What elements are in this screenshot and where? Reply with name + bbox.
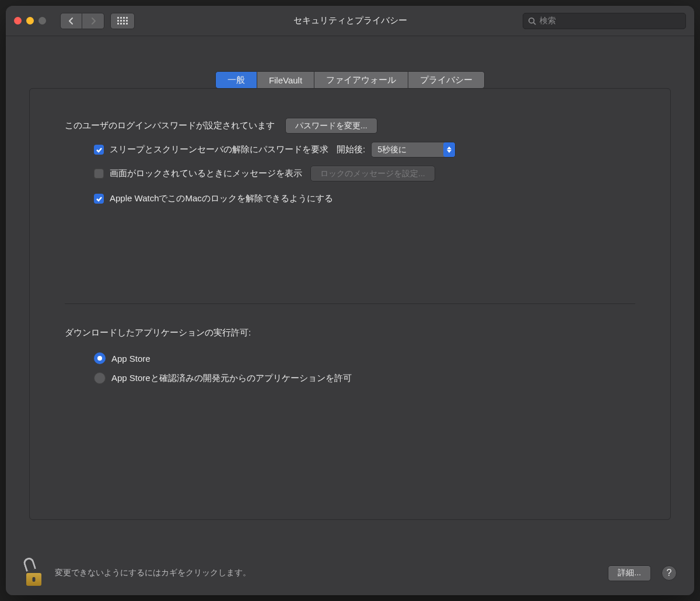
footer: 変更できないようにするにはカギをクリックします。 詳細... ? (6, 551, 694, 595)
tab-firewall[interactable]: ファイアウォール (314, 71, 408, 89)
after-start-label: 開始後: (337, 144, 365, 155)
tab-general[interactable]: 一般 (215, 71, 257, 89)
chevron-down-icon (447, 150, 452, 153)
apple-watch-label: Apple WatchでこのMacのロックを解除できるようにする (110, 193, 333, 204)
close-button[interactable] (14, 17, 22, 25)
preferences-window: セキュリティとプライバシー 検索 一般 FileVault ファイアウォール プ… (6, 6, 694, 595)
zoom-button[interactable] (38, 17, 46, 25)
lock-button[interactable] (23, 560, 44, 586)
radio-app-store[interactable] (94, 352, 106, 364)
lock-message-label: 画面がロックされているときにメッセージを表示 (110, 168, 302, 179)
allow-apps-label: ダウンロードしたアプリケーションの実行許可: (65, 327, 635, 338)
grid-icon (117, 17, 128, 25)
password-set-label: このユーザのログインパスワードが設定されています (65, 120, 275, 131)
search-icon (528, 17, 536, 25)
lock-body-icon (26, 573, 41, 586)
nav-buttons (60, 13, 104, 29)
tab-bar: 一般 FileVault ファイアウォール プライバシー (29, 71, 671, 89)
tab-privacy[interactable]: プライバシー (408, 71, 485, 89)
password-delay-value: 5秒後に (377, 145, 407, 155)
general-panel: このユーザのログインパスワードが設定されています パスワードを変更... スリー… (29, 88, 671, 520)
allow-apps-radio-group: App Store App Storeと確認済みの開発元からのアプリケーションを… (65, 352, 635, 384)
radio-app-store-label: App Store (111, 354, 150, 364)
stepper-icon (443, 142, 455, 157)
footer-right: 詳細... ? (608, 565, 677, 581)
require-password-row: スリープとスクリーンセーバの解除にパスワードを要求 開始後: 5秒後に (65, 142, 635, 158)
chevron-up-icon (447, 146, 452, 149)
advanced-button[interactable]: 詳細... (608, 565, 651, 581)
window-controls (14, 17, 46, 25)
content-area: 一般 FileVault ファイアウォール プライバシー このユーザのログインパ… (6, 36, 694, 520)
svg-line-1 (534, 22, 536, 25)
password-delay-select[interactable]: 5秒後に (371, 142, 456, 158)
lock-shackle-icon (22, 557, 36, 572)
require-password-checkbox[interactable] (94, 145, 104, 155)
help-button[interactable]: ? (662, 565, 677, 581)
search-placeholder: 検索 (540, 16, 556, 26)
search-input[interactable]: 検索 (523, 13, 686, 29)
radio-app-store-identified[interactable] (94, 372, 106, 384)
check-icon (96, 195, 103, 202)
tab-filevault[interactable]: FileVault (257, 71, 314, 89)
window-title: セキュリティとプライバシー (293, 15, 407, 26)
chevron-right-icon (90, 17, 96, 25)
change-password-button[interactable]: パスワードを変更... (285, 118, 377, 134)
radio-row-identified: App Storeと確認済みの開発元からのアプリケーションを許可 (94, 372, 635, 384)
check-icon (96, 146, 103, 153)
radio-identified-label: App Storeと確認済みの開発元からのアプリケーションを許可 (111, 373, 352, 384)
apple-watch-row: Apple WatchでこのMacのロックを解除できるようにする (65, 193, 635, 204)
back-button[interactable] (60, 13, 82, 29)
set-lock-message-button[interactable]: ロックのメッセージを設定... (310, 166, 435, 181)
lock-hint-text: 変更できないようにするにはカギをクリックします。 (55, 568, 608, 578)
section-divider (65, 303, 635, 304)
require-password-label: スリープとスクリーンセーバの解除にパスワードを要求 (110, 144, 328, 155)
show-all-button[interactable] (110, 13, 135, 29)
lock-message-row: 画面がロックされているときにメッセージを表示 ロックのメッセージを設定... (65, 166, 635, 181)
radio-row-app-store: App Store (94, 352, 635, 364)
svg-point-0 (529, 18, 534, 23)
lock-message-checkbox[interactable] (94, 169, 104, 179)
forward-button[interactable] (82, 13, 104, 29)
minimize-button[interactable] (26, 17, 34, 25)
chevron-left-icon (68, 17, 74, 25)
password-set-row: このユーザのログインパスワードが設定されています パスワードを変更... (65, 118, 635, 134)
titlebar: セキュリティとプライバシー 検索 (6, 6, 694, 36)
apple-watch-checkbox[interactable] (94, 194, 104, 204)
